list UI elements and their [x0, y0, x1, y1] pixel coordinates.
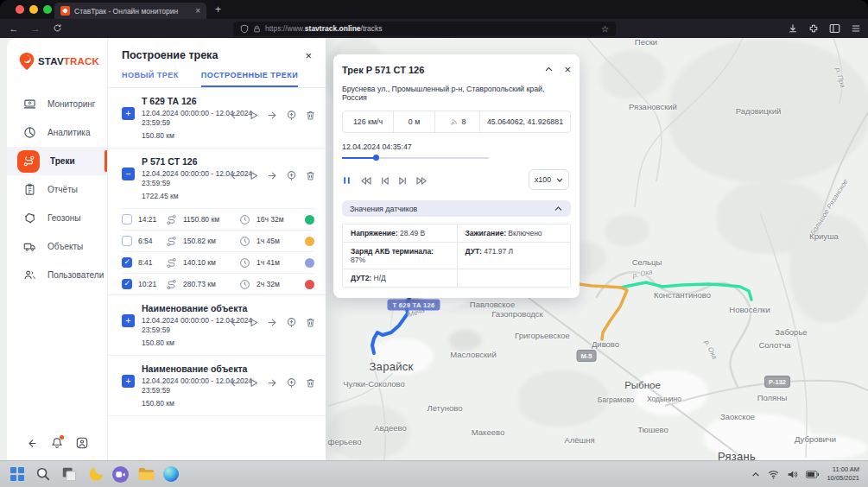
- track-segment-row[interactable]: 14:21 1150.80 км 16ч 32м: [122, 208, 314, 230]
- track-expander-button[interactable]: +: [122, 107, 135, 120]
- road-badge: М-5: [577, 350, 597, 362]
- next-point-button[interactable]: [267, 317, 278, 328]
- track-expander-button[interactable]: +: [122, 375, 135, 388]
- sidebar-nav: МониторингАналитикаТрекиОтчётыГеозоныОбъ…: [7, 90, 107, 289]
- extensions-icon[interactable]: [808, 23, 819, 34]
- hidden-icons-chevron[interactable]: [751, 471, 760, 478]
- edge-browser-icon[interactable]: [163, 466, 179, 482]
- play-track-button[interactable]: [248, 377, 259, 389]
- start-button[interactable]: [9, 465, 26, 483]
- track-segment-row[interactable]: 8:41 140.10 км 1ч 41м: [122, 251, 314, 273]
- track-expander-button[interactable]: +: [122, 314, 135, 327]
- pause-button[interactable]: [342, 175, 352, 186]
- slider-knob[interactable]: [373, 155, 379, 161]
- sidebar-item-geozones[interactable]: Геозоны: [7, 204, 107, 232]
- focus-track-button[interactable]: [286, 377, 297, 389]
- next-point-button[interactable]: [267, 377, 278, 389]
- notifications-bell-icon[interactable]: [51, 437, 63, 449]
- collapse-sidebar-icon[interactable]: [26, 438, 37, 449]
- play-track-button[interactable]: [248, 170, 259, 181]
- task-view-icon[interactable]: [60, 465, 78, 483]
- map-place-label: Заокское: [720, 412, 755, 421]
- tab-new-track[interactable]: НОВЫЙ ТРЕК: [122, 71, 179, 87]
- window-minimize-icon[interactable]: [29, 5, 38, 14]
- step-back-button[interactable]: [380, 176, 390, 186]
- track-list-item: + Наименование объекта 12.04.2024 00:00:…: [108, 356, 326, 416]
- fast-forward-button[interactable]: [416, 176, 428, 186]
- delete-track-button[interactable]: [305, 170, 316, 181]
- sidebar-item-objects[interactable]: Объекты: [7, 232, 107, 261]
- browser-tab[interactable]: СтавТрак - Онлайн мониторин ×: [54, 3, 206, 19]
- downloads-icon[interactable]: [788, 23, 798, 34]
- clock[interactable]: 11:00 AM 10/05/2021: [827, 465, 859, 483]
- focus-track-button[interactable]: [286, 317, 297, 328]
- menu-icon[interactable]: [851, 23, 861, 34]
- prev-point-button[interactable]: [229, 170, 240, 181]
- next-point-button[interactable]: [267, 110, 278, 121]
- delete-track-button[interactable]: [305, 110, 316, 121]
- speaker-icon[interactable]: [787, 470, 798, 479]
- track-row[interactable]: − Р 571 СТ 126 12.04.2024 00:00:00 - 12.…: [108, 149, 326, 208]
- delete-track-button[interactable]: [305, 377, 316, 389]
- prev-point-button[interactable]: [229, 110, 240, 121]
- sidebar-item-label: Мониторинг: [48, 99, 95, 109]
- track-segment-row[interactable]: 10:21 280.73 км 2ч 32м: [122, 273, 314, 294]
- profile-icon[interactable]: [76, 437, 88, 449]
- segment-checkbox[interactable]: [122, 214, 132, 225]
- segment-color-dot: [305, 258, 314, 268]
- tab-built-tracks[interactable]: ПОСТРОЕННЫЕ ТРЕКИ: [201, 71, 298, 87]
- close-detail-icon[interactable]: ×: [564, 64, 571, 75]
- forward-button[interactable]: →: [28, 23, 43, 34]
- play-track-button[interactable]: [248, 110, 259, 121]
- focus-track-button[interactable]: [286, 170, 297, 181]
- next-point-button[interactable]: [267, 170, 278, 181]
- video-chat-app-icon[interactable]: [112, 466, 129, 483]
- tab-close-icon[interactable]: ×: [195, 7, 200, 16]
- track-segment-row[interactable]: 6:54 150.82 км 1ч 45м: [122, 230, 314, 251]
- playback-rate-select[interactable]: x100: [529, 169, 569, 190]
- playback-slider[interactable]: [342, 155, 489, 161]
- reload-button[interactable]: [49, 23, 65, 35]
- window-close-icon[interactable]: [16, 5, 24, 14]
- bookmark-star-icon[interactable]: ☆: [601, 24, 609, 34]
- track-row[interactable]: + Т 629 ТА 126 12.04.2024 00:00:00 - 12.…: [108, 88, 326, 148]
- sidebar-item-monitoring[interactable]: Мониторинг: [7, 90, 107, 118]
- wifi-icon[interactable]: [768, 470, 779, 479]
- track-row[interactable]: + Наименование объекта 12.04.2024 00:00:…: [108, 295, 326, 355]
- sidebar-item-users[interactable]: Пользователи: [7, 261, 107, 289]
- segment-checkbox[interactable]: [122, 236, 132, 246]
- battery-icon[interactable]: [806, 471, 819, 478]
- track-row[interactable]: + Наименование объекта 12.04.2024 00:00:…: [108, 356, 326, 415]
- track-detail-title: Трек Р 571 СТ 126: [342, 65, 534, 75]
- focus-track-button[interactable]: [286, 110, 297, 121]
- delete-track-button[interactable]: [305, 317, 316, 328]
- step-forward-button[interactable]: [398, 176, 408, 186]
- segment-checkbox[interactable]: [122, 257, 132, 268]
- sidebar-item-tracks[interactable]: Треки: [7, 147, 107, 175]
- sidebar-item-analytics[interactable]: Аналитика: [7, 118, 107, 147]
- clipboard-icon: [22, 182, 37, 197]
- prev-point-button[interactable]: [229, 317, 240, 328]
- new-tab-button[interactable]: +: [215, 3, 221, 16]
- url-bar[interactable]: https://www.stavtrack.online/tracks ☆: [233, 22, 616, 36]
- collapse-detail-icon[interactable]: [544, 65, 554, 74]
- route-icon: [166, 257, 177, 269]
- map-place-label: Рыбное: [624, 380, 661, 390]
- play-track-button[interactable]: [248, 317, 259, 328]
- window-zoom-icon[interactable]: [43, 5, 52, 14]
- track-expander-button[interactable]: −: [122, 168, 135, 180]
- moon-app-icon[interactable]: [86, 465, 104, 483]
- back-button[interactable]: ←: [6, 23, 22, 34]
- vehicle-plate-label[interactable]: Т 629 ТА 126: [388, 300, 440, 311]
- prev-point-button[interactable]: [229, 377, 240, 389]
- track-detail-panel: Трек Р 571 СТ 126 × Бруснева ул., Промыш…: [333, 54, 580, 298]
- close-panel-icon[interactable]: ×: [305, 50, 312, 61]
- search-icon[interactable]: [35, 465, 52, 483]
- pie-chart-icon: [22, 125, 37, 140]
- rewind-button[interactable]: [360, 176, 371, 186]
- sensors-section-header[interactable]: Значения датчиков: [342, 200, 571, 217]
- file-explorer-icon[interactable]: [137, 465, 155, 483]
- sidebar-toggle-icon[interactable]: [829, 23, 840, 34]
- segment-checkbox[interactable]: [122, 279, 132, 289]
- sidebar-item-reports[interactable]: Отчёты: [7, 175, 107, 204]
